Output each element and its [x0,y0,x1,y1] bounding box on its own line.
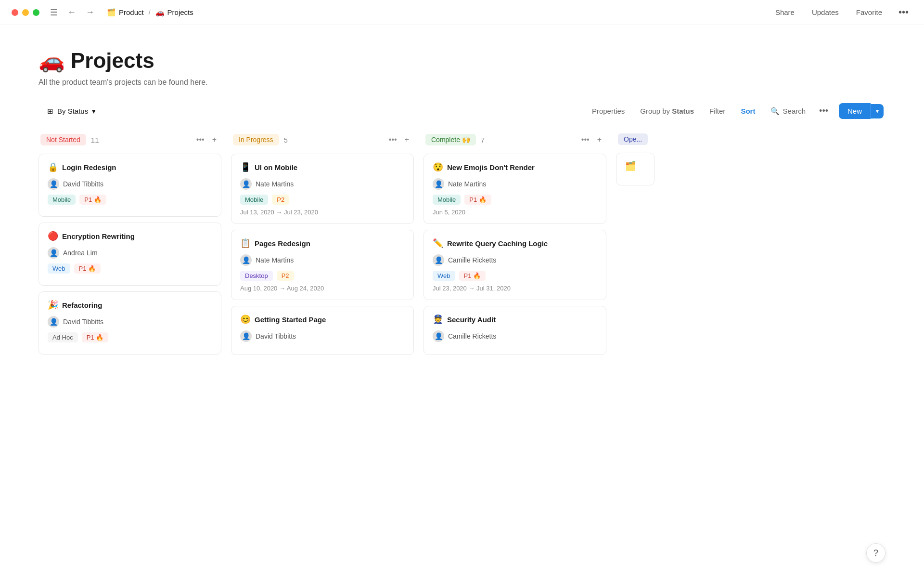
maximize-traffic-light[interactable] [33,9,39,16]
tag-desktop: Desktop [240,271,273,281]
card-title-row: 😯 New Emojis Don't Render [433,162,597,172]
card-assignee: 👤 Nate Martins [433,178,597,190]
page-description: All the product team's projects can be f… [38,78,886,87]
column-badge-complete: Complete 🙌 [425,134,476,145]
card-date: Jul 13, 2020 → Jul 23, 2020 [240,209,405,216]
view-selector-button[interactable]: ⊞ By Status ▾ [40,103,103,119]
column-count-not-started: 11 [91,136,99,144]
page-emoji: 🚗 [38,48,65,73]
card-emoji: 📋 [240,238,251,249]
breadcrumb-separator: / [149,9,151,16]
new-btn-group: New ▾ [839,103,884,119]
page-title-row: 🚗 Projects [38,48,886,73]
close-traffic-light[interactable] [12,9,18,16]
help-button[interactable]: ? [866,543,886,563]
card-tags: Mobile P2 [240,195,405,205]
tag-p1: P1 🔥 [464,195,491,205]
search-button[interactable]: 🔍 Search [764,103,812,119]
card-assignee: 👤 Camille Ricketts [433,254,597,266]
column-more-not-started[interactable]: ••• [193,133,207,146]
card-emoji: 🔒 [48,162,58,172]
breadcrumb-current[interactable]: 🚗 Projects [154,7,195,18]
view-icon: ⊞ [47,107,53,116]
sort-button[interactable]: Sort [734,103,762,119]
toolbar: ⊞ By Status ▾ Properties Group by Status… [38,102,886,120]
toolbar-more-button[interactable]: ••• [814,102,833,120]
tag-p2: P2 [277,271,294,281]
assignee-name: Nate Martins [256,256,294,264]
card-rewrite-query[interactable]: ✏️ Rewrite Query Caching Logic 👤 Camille… [424,230,606,300]
search-icon: 🔍 [770,107,780,115]
card-encryption-rewriting[interactable]: 🔴 Encryption Rewriting 👤 Andrea Lim Web … [38,223,221,286]
card-title-row: 🔴 Encryption Rewriting [48,231,212,241]
new-button[interactable]: New [839,103,871,119]
favorite-button[interactable]: Favorite [851,5,887,19]
card-refactoring[interactable]: 🎉 Refactoring 👤 David Tibbitts Ad Hoc P1… [38,291,221,355]
card-new-emojis[interactable]: 😯 New Emojis Don't Render 👤 Nate Martins… [424,154,606,224]
view-label: By Status [57,107,88,115]
card-tags: Web P1 🔥 [48,263,212,274]
sidebar-toggle-button[interactable]: ☰ [47,5,61,20]
card-title-row: 🎉 Refactoring [48,300,212,310]
card-title-row: 🔒 Login Redesign [48,162,212,172]
card-title: UI on Mobile [255,163,297,171]
column-header-in-progress: In Progress 5 ••• + [231,133,414,146]
column-add-complete[interactable]: + [594,133,604,146]
card-emoji: 🎉 [48,300,58,310]
card-emoji: 🗂️ [625,161,636,171]
card-security-audit[interactable]: 👮 Security Audit 👤 Camille Ricketts [424,306,606,355]
assignee-name: Camille Ricketts [448,256,496,264]
column-header-not-started: Not Started 11 ••• + [38,133,221,146]
column-header-open: Ope... [616,133,654,145]
card-title: Security Audit [447,315,496,324]
card-login-redesign[interactable]: 🔒 Login Redesign 👤 David Tibbitts Mobile… [38,154,221,217]
card-date: Jun 5, 2020 [433,209,597,216]
column-more-in-progress[interactable]: ••• [386,133,400,146]
column-add-in-progress[interactable]: + [402,133,412,146]
card-assignee: 👤 Nate Martins [240,254,405,266]
card-title: New Emojis Don't Render [447,163,535,171]
assignee-name: Camille Ricketts [448,332,496,340]
breadcrumb-current-emoji: 🚗 [155,8,165,17]
card-getting-started[interactable]: 😊 Getting Started Page 👤 David Tibbitts [231,306,414,355]
card-title: Login Redesign [62,163,116,171]
card-assignee: 👤 David Tibbitts [48,316,212,328]
updates-button[interactable]: Updates [807,5,844,19]
card-ui-mobile[interactable]: 📱 UI on Mobile 👤 Nate Martins Mobile P2 … [231,154,414,224]
toolbar-left: ⊞ By Status ▾ [40,103,103,119]
avatar: 👤 [240,178,252,190]
group-by-button[interactable]: Group by Status [633,103,701,119]
tag-web: Web [433,271,455,281]
group-by-value: Status [672,107,694,115]
column-badge-open: Ope... [618,133,648,145]
column-add-not-started[interactable]: + [209,133,219,146]
breadcrumb-parent-emoji: 🗂️ [107,8,116,17]
card-assignee: 👤 Andrea Lim [48,247,212,259]
card-pages-redesign[interactable]: 📋 Pages Redesign 👤 Nate Martins Desktop … [231,230,414,300]
back-button[interactable]: ← [64,5,79,19]
traffic-lights [12,9,39,16]
card-partial[interactable]: 🗂️ [616,153,654,185]
card-tags: Ad Hoc P1 🔥 [48,332,212,342]
card-emoji: 😊 [240,314,251,325]
minimize-traffic-light[interactable] [22,9,29,16]
card-emoji: 📱 [240,162,251,172]
column-more-complete[interactable]: ••• [578,133,592,146]
more-options-button[interactable]: ••• [895,5,912,20]
properties-button[interactable]: Properties [585,103,631,119]
card-date: Jul 23, 2020 → Jul 31, 2020 [433,285,597,292]
column-actions-not-started: ••• + [193,133,219,146]
filter-button[interactable]: Filter [703,103,732,119]
card-title-row: 📱 UI on Mobile [240,162,405,172]
new-dropdown-button[interactable]: ▾ [871,104,884,118]
card-emoji: 😯 [433,162,443,172]
search-label: Search [783,107,806,115]
card-title: Pages Redesign [255,239,310,248]
breadcrumb-parent-label: Product [119,8,144,16]
tag-p1: P1 🔥 [79,195,106,205]
column-header-complete: Complete 🙌 7 ••• + [424,133,606,146]
breadcrumb-current-label: Projects [167,8,193,16]
breadcrumb-parent[interactable]: 🗂️ Product [105,7,146,18]
share-button[interactable]: Share [770,5,799,19]
forward-button[interactable]: → [83,5,97,19]
